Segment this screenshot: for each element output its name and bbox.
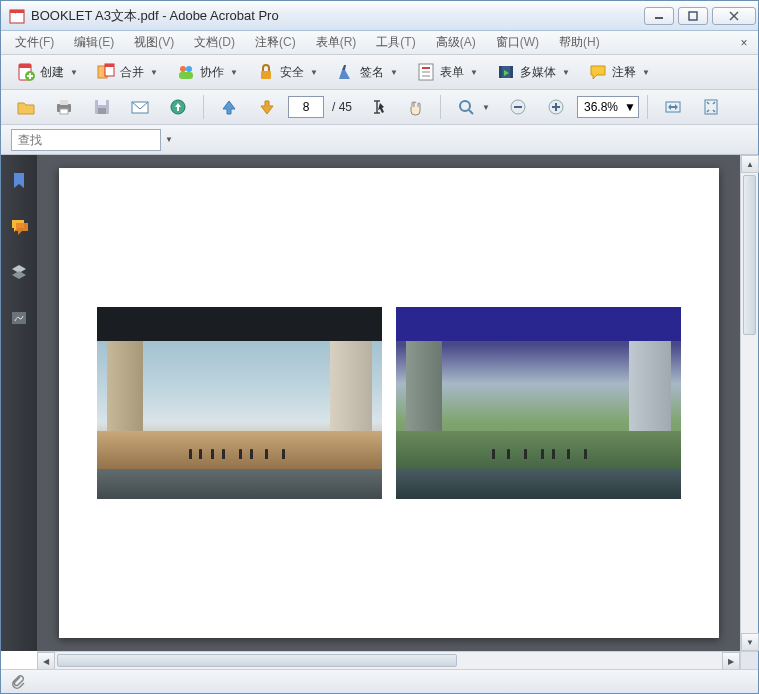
minimize-button[interactable] bbox=[644, 7, 674, 25]
svg-rect-1 bbox=[10, 10, 24, 13]
svg-rect-27 bbox=[60, 100, 68, 105]
combine-button[interactable]: 合并▼ bbox=[89, 58, 165, 86]
menubar: 文件(F) 编辑(E) 视图(V) 文档(D) 注释(C) 表单(R) 工具(T… bbox=[1, 31, 758, 55]
dropdown-icon: ▼ bbox=[624, 100, 636, 114]
arrow-up-icon bbox=[219, 97, 239, 117]
marquee-zoom-button[interactable]: ▼ bbox=[449, 93, 497, 121]
film-icon bbox=[496, 62, 516, 82]
scroll-track[interactable] bbox=[55, 652, 722, 669]
fit-page-icon bbox=[701, 97, 721, 117]
create-button[interactable]: 创建▼ bbox=[9, 58, 85, 86]
sign-button[interactable]: 签名▼ bbox=[329, 58, 405, 86]
scroll-track[interactable] bbox=[741, 173, 758, 633]
close-button[interactable] bbox=[712, 7, 756, 25]
menu-edit[interactable]: 编辑(E) bbox=[66, 32, 122, 53]
svg-rect-24 bbox=[510, 66, 513, 78]
svg-point-34 bbox=[460, 101, 470, 111]
menu-help[interactable]: 帮助(H) bbox=[551, 32, 608, 53]
dropdown-icon: ▼ bbox=[562, 68, 570, 77]
upload-button[interactable] bbox=[161, 93, 195, 121]
find-input[interactable] bbox=[11, 129, 161, 151]
next-page-button[interactable] bbox=[250, 93, 284, 121]
dropdown-icon: ▼ bbox=[150, 68, 158, 77]
collaborate-button[interactable]: 协作▼ bbox=[169, 58, 245, 86]
dropdown-icon[interactable]: ▼ bbox=[165, 135, 173, 144]
print-button[interactable] bbox=[47, 93, 81, 121]
multimedia-button[interactable]: 多媒体▼ bbox=[489, 58, 577, 86]
menu-close-icon[interactable]: × bbox=[736, 35, 752, 51]
dropdown-icon: ▼ bbox=[642, 68, 650, 77]
scroll-up-button[interactable]: ▲ bbox=[741, 155, 759, 173]
minus-icon bbox=[508, 97, 528, 117]
findbar: ▼ bbox=[1, 125, 758, 155]
magnify-icon bbox=[456, 97, 476, 117]
arrow-down-icon bbox=[257, 97, 277, 117]
svg-rect-3 bbox=[689, 12, 697, 20]
hand-tool-button[interactable] bbox=[398, 93, 432, 121]
lock-icon bbox=[256, 62, 276, 82]
email-button[interactable] bbox=[123, 93, 157, 121]
toolbar-nav: / 45 ▼ 36.8%▼ bbox=[1, 90, 758, 125]
zoom-combo[interactable]: 36.8%▼ bbox=[577, 96, 639, 118]
page-total-label: / 45 bbox=[328, 100, 356, 114]
signatures-panel-button[interactable] bbox=[8, 307, 30, 329]
mail-icon bbox=[130, 97, 150, 117]
folder-icon bbox=[16, 97, 36, 117]
prev-page-button[interactable] bbox=[212, 93, 246, 121]
fit-width-button[interactable] bbox=[656, 93, 690, 121]
svg-point-14 bbox=[180, 66, 186, 72]
toolbar-separator bbox=[647, 95, 648, 119]
save-button[interactable] bbox=[85, 93, 119, 121]
dropdown-icon: ▼ bbox=[230, 68, 238, 77]
fit-page-button[interactable] bbox=[694, 93, 728, 121]
printer-icon bbox=[54, 97, 74, 117]
forms-button[interactable]: 表单▼ bbox=[409, 58, 485, 86]
dropdown-icon: ▼ bbox=[390, 68, 398, 77]
attachment-icon[interactable] bbox=[9, 673, 27, 691]
comments-panel-button[interactable] bbox=[8, 215, 30, 237]
svg-rect-31 bbox=[98, 108, 106, 114]
dropdown-icon: ▼ bbox=[470, 68, 478, 77]
statusbar bbox=[1, 669, 758, 693]
svg-rect-16 bbox=[179, 72, 193, 79]
horizontal-scrollbar[interactable]: ◀ ▶ bbox=[37, 651, 758, 669]
navigation-pane bbox=[1, 155, 37, 651]
hand-icon bbox=[405, 97, 425, 117]
menu-file[interactable]: 文件(F) bbox=[7, 32, 62, 53]
page-number-input[interactable] bbox=[288, 96, 324, 118]
toolbar-main: 创建▼ 合并▼ 协作▼ 安全▼ 签名▼ 表单▼ 多媒体▼ 注释▼ bbox=[1, 55, 758, 90]
comment-button[interactable]: 注释▼ bbox=[581, 58, 657, 86]
scroll-thumb[interactable] bbox=[57, 654, 457, 667]
menu-advanced[interactable]: 高级(A) bbox=[428, 32, 484, 53]
window-title: BOOKLET A3文本.pdf - Adobe Acrobat Pro bbox=[31, 7, 644, 25]
scroll-down-button[interactable]: ▼ bbox=[741, 633, 759, 651]
scroll-left-button[interactable]: ◀ bbox=[37, 652, 55, 670]
collaborate-icon bbox=[176, 62, 196, 82]
menu-tools[interactable]: 工具(T) bbox=[368, 32, 423, 53]
text-cursor-icon bbox=[367, 97, 387, 117]
menu-window[interactable]: 窗口(W) bbox=[488, 32, 547, 53]
layers-panel-button[interactable] bbox=[8, 261, 30, 283]
document-scroll[interactable] bbox=[37, 155, 740, 651]
svg-rect-13 bbox=[105, 64, 114, 67]
menu-view[interactable]: 视图(V) bbox=[126, 32, 182, 53]
menu-comments[interactable]: 注释(C) bbox=[247, 32, 304, 53]
page-image-right bbox=[396, 307, 681, 499]
scroll-right-button[interactable]: ▶ bbox=[722, 652, 740, 670]
menu-document[interactable]: 文档(D) bbox=[186, 32, 243, 53]
toolbar-separator bbox=[203, 95, 204, 119]
bookmarks-panel-button[interactable] bbox=[8, 169, 30, 191]
combine-icon bbox=[96, 62, 116, 82]
zoom-in-button[interactable] bbox=[539, 93, 573, 121]
secure-button[interactable]: 安全▼ bbox=[249, 58, 325, 86]
svg-rect-7 bbox=[19, 64, 31, 68]
select-tool-button[interactable] bbox=[360, 93, 394, 121]
vertical-scrollbar[interactable]: ▲ ▼ bbox=[740, 155, 758, 651]
menu-forms[interactable]: 表单(R) bbox=[308, 32, 365, 53]
zoom-out-button[interactable] bbox=[501, 93, 535, 121]
app-icon bbox=[9, 8, 25, 24]
svg-rect-17 bbox=[261, 71, 271, 79]
open-button[interactable] bbox=[9, 93, 43, 121]
scroll-thumb[interactable] bbox=[743, 175, 756, 335]
maximize-button[interactable] bbox=[678, 7, 708, 25]
